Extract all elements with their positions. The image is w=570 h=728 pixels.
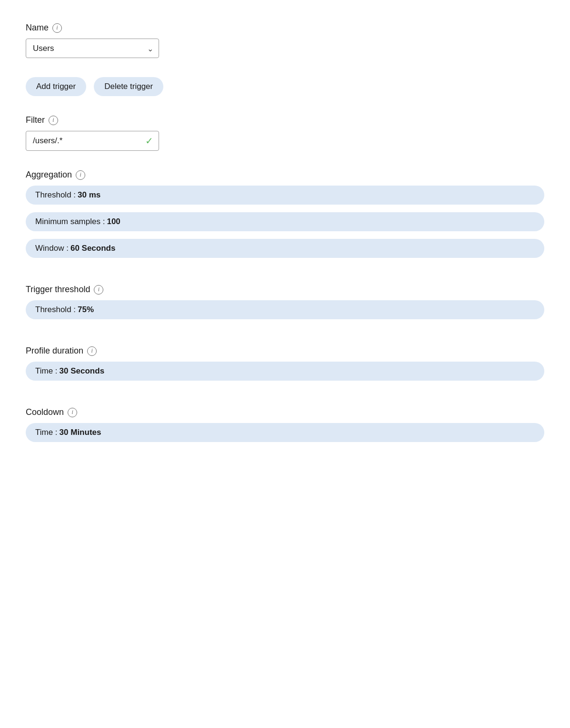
min-samples-pill-value: 100 (107, 217, 120, 226)
name-select-container: Users Sessions Requests ⌄ (26, 39, 159, 58)
profile-duration-time-pill[interactable]: Time : 30 Seconds (26, 362, 544, 381)
name-info-icon[interactable]: i (52, 23, 62, 33)
profile-duration-info-icon[interactable]: i (87, 346, 97, 356)
trigger-threshold-info-icon[interactable]: i (94, 285, 103, 295)
cooldown-time-label: Time : (35, 428, 58, 437)
aggregation-info-icon[interactable]: i (76, 170, 85, 180)
trigger-threshold-label: Trigger threshold (26, 285, 90, 295)
trigger-threshold-pill[interactable]: Threshold : 75% (26, 300, 544, 319)
window-pill[interactable]: Window : 60 Seconds (26, 239, 544, 258)
aggregation-label-row: Aggregation i (26, 170, 544, 180)
cooldown-time-pill[interactable]: Time : 30 Minutes (26, 423, 544, 442)
trigger-threshold-pill-value: 75% (78, 305, 94, 315)
threshold-pill-value: 30 ms (78, 190, 100, 200)
aggregation-label: Aggregation (26, 170, 72, 180)
trigger-buttons-row: Add trigger Delete trigger (26, 77, 544, 96)
window-pill-value: 60 Seconds (70, 244, 116, 253)
filter-input[interactable] (26, 131, 159, 151)
cooldown-label: Cooldown (26, 407, 64, 417)
delete-trigger-button[interactable]: Delete trigger (94, 77, 163, 96)
cooldown-pills: Time : 30 Minutes (26, 423, 544, 450)
name-select[interactable]: Users Sessions Requests (26, 39, 159, 58)
trigger-threshold-pill-label: Threshold : (35, 305, 76, 315)
trigger-threshold-pills: Threshold : 75% (26, 300, 544, 327)
window-pill-label: Window : (35, 244, 69, 253)
profile-duration-label-row: Profile duration i (26, 346, 544, 356)
profile-duration-label: Profile duration (26, 346, 83, 356)
filter-input-container: ✓ (26, 131, 159, 151)
profile-duration-time-label: Time : (35, 366, 58, 376)
filter-info-icon[interactable]: i (49, 116, 58, 125)
profile-duration-time-value: 30 Seconds (60, 366, 105, 376)
name-section: Name i Users Sessions Requests ⌄ (26, 23, 544, 58)
trigger-threshold-label-row: Trigger threshold i (26, 285, 544, 295)
threshold-pill[interactable]: Threshold : 30 ms (26, 186, 544, 205)
filter-label-row: Filter i (26, 115, 544, 125)
filter-label: Filter (26, 115, 45, 125)
cooldown-label-row: Cooldown i (26, 407, 544, 417)
profile-duration-pills: Time : 30 Seconds (26, 362, 544, 388)
add-trigger-button[interactable]: Add trigger (26, 77, 86, 96)
name-label-row: Name i (26, 23, 544, 33)
min-samples-pill-label: Minimum samples : (35, 217, 105, 226)
trigger-threshold-section: Trigger threshold i Threshold : 75% (26, 285, 544, 327)
cooldown-section: Cooldown i Time : 30 Minutes (26, 407, 544, 450)
aggregation-section: Aggregation i Threshold : 30 ms Minimum … (26, 170, 544, 266)
profile-duration-section: Profile duration i Time : 30 Seconds (26, 346, 544, 388)
filter-section: Filter i ✓ (26, 115, 544, 151)
aggregation-pills: Threshold : 30 ms Minimum samples : 100 … (26, 186, 544, 266)
min-samples-pill[interactable]: Minimum samples : 100 (26, 212, 544, 231)
threshold-pill-label: Threshold : (35, 190, 76, 200)
cooldown-info-icon[interactable]: i (68, 408, 77, 417)
name-label: Name (26, 23, 49, 33)
cooldown-time-value: 30 Minutes (60, 428, 101, 437)
